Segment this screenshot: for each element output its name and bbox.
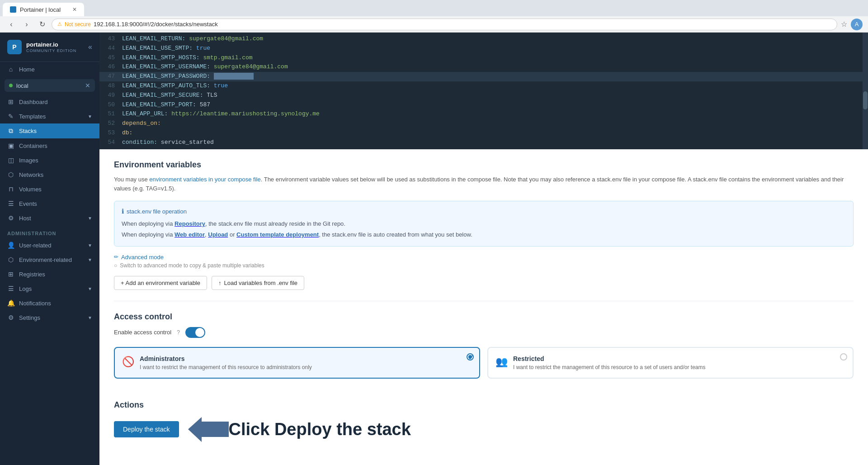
info-box-title-text: stack.env file operation xyxy=(127,208,187,215)
sidebar-item-volumes[interactable]: ⊓ Volumes xyxy=(0,182,99,196)
env-link[interactable]: environment variables in your compose fi… xyxy=(149,176,260,183)
sidebar-item-label-events: Events xyxy=(19,200,92,207)
logo-text: portainer.io xyxy=(26,41,76,48)
environment-related-icon: ⬡ xyxy=(7,256,14,263)
add-env-variable-button[interactable]: + Add an environment variable xyxy=(114,276,207,290)
code-line-43: 43 LEAN_EMAIL_RETURN: supergate84@gmail.… xyxy=(99,34,868,44)
restricted-card-title: Restricted xyxy=(513,355,706,362)
section-divider xyxy=(114,301,854,301)
refresh-button[interactable]: ↻ xyxy=(36,19,48,30)
images-icon: ◫ xyxy=(7,157,14,164)
scrollbar-thumb[interactable] xyxy=(863,91,868,109)
administrators-icon: 🚫 xyxy=(122,356,134,368)
restricted-card-text: Restricted I want to restrict the manage… xyxy=(513,355,706,370)
sidebar-item-images[interactable]: ◫ Images xyxy=(0,153,99,167)
sidebar-item-home[interactable]: ⌂ Home xyxy=(0,62,99,76)
sidebar-item-label-home: Home xyxy=(19,66,92,73)
deploy-row: Deploy the stack Click Deploy the stack xyxy=(114,417,854,442)
tab-favicon xyxy=(10,6,16,13)
sidebar-item-label-containers: Containers xyxy=(19,142,92,149)
active-tab[interactable]: Portainer | local ✕ xyxy=(3,3,84,16)
sidebar-item-label-registries: Registries xyxy=(19,271,92,278)
sidebar-item-stacks[interactable]: ⧉ Stacks xyxy=(0,123,99,138)
hint-icon: ○ xyxy=(114,262,117,269)
sidebar-item-templates[interactable]: ✎ Templates ▼ xyxy=(0,109,99,123)
sidebar-collapse-button[interactable]: « xyxy=(88,43,92,51)
toggle-label: Enable access control xyxy=(114,329,171,336)
env-close-button[interactable]: ✕ xyxy=(85,82,90,89)
code-line-47: 47 LEAN_EMAIL_SMTP_PASSWORD: xyxy=(99,72,868,81)
advanced-mode-label: Advanced mode xyxy=(121,254,164,261)
sidebar-item-registries[interactable]: ⊞ Registries xyxy=(0,267,99,281)
tab-title: Portainer | local xyxy=(20,6,61,13)
not-secure-icon: ⚠ xyxy=(57,21,62,27)
sidebar: P portainer.io Community Edition « ⌂ Hom… xyxy=(0,33,99,465)
logs-icon: ☰ xyxy=(7,285,14,292)
code-line-46: 46 LEAN_EMAIL_SMTP_USERNAME: supergate84… xyxy=(99,62,868,72)
sidebar-item-label-images: Images xyxy=(19,157,92,164)
code-line-53: 53 db: xyxy=(99,128,868,138)
sidebar-item-label-notifications: Notifications xyxy=(19,300,92,307)
custom-template-link[interactable]: Custom template deployment xyxy=(236,231,319,238)
advanced-mode-toggle[interactable]: ✏ Advanced mode xyxy=(114,254,854,261)
web-editor-link[interactable]: Web editor xyxy=(175,231,205,238)
logo-text-block: portainer.io Community Edition xyxy=(26,41,76,53)
tab-bar: Portainer | local ✕ xyxy=(0,0,868,16)
code-line-52: 52 depends_on: xyxy=(99,119,868,128)
sidebar-item-networks[interactable]: ⬡ Networks xyxy=(0,167,99,182)
line-number: 51 xyxy=(99,109,122,119)
environment-related-arrow-icon: ▼ xyxy=(88,257,92,262)
address-bar[interactable]: ⚠ Not secure 192.168.1.18:9000/#!/2/dock… xyxy=(52,19,837,30)
stack-env-info-box: ℹ stack.env file operation When deployin… xyxy=(114,201,854,247)
sidebar-item-containers[interactable]: ▣ Containers xyxy=(0,138,99,153)
toggle-thumb xyxy=(195,328,204,337)
code-line-54: 54 condition: service_started xyxy=(99,138,868,147)
repository-link[interactable]: Repository xyxy=(175,220,205,227)
profile-icon[interactable]: A xyxy=(851,19,863,30)
environment-selector[interactable]: local ✕ xyxy=(5,79,95,92)
host-arrow-icon: ▼ xyxy=(88,216,92,221)
sidebar-item-label-user-related: User-related xyxy=(19,242,83,249)
administrators-card[interactable]: 🚫 Administrators I want to restrict the … xyxy=(114,347,480,379)
networks-icon: ⬡ xyxy=(7,171,14,178)
home-icon: ⌂ xyxy=(7,66,14,73)
sidebar-item-label-logs: Logs xyxy=(19,285,83,292)
host-icon: ⚙ xyxy=(7,214,14,222)
click-annotation: Click Deploy the stack xyxy=(188,417,411,442)
forward-button[interactable]: › xyxy=(21,19,33,30)
back-button[interactable]: ‹ xyxy=(5,19,17,30)
sidebar-item-notifications[interactable]: 🔔 Notifications xyxy=(0,296,99,310)
user-related-arrow-icon: ▼ xyxy=(88,243,92,248)
deploy-stack-button[interactable]: Deploy the stack xyxy=(114,421,179,437)
not-secure-label: Not secure xyxy=(65,21,91,28)
tab-close-button[interactable]: ✕ xyxy=(72,6,77,13)
restricted-card-desc: I want to restrict the management of thi… xyxy=(513,364,706,370)
env-variables-title: Environment variables xyxy=(114,160,854,170)
sidebar-item-events[interactable]: ☰ Events xyxy=(0,196,99,211)
advanced-mode-hint-text: Switch to advanced mode to copy & paste … xyxy=(120,262,264,269)
sidebar-item-environment-related[interactable]: ⬡ Environment-related ▼ xyxy=(0,252,99,267)
settings-arrow-icon: ▼ xyxy=(88,315,92,320)
restricted-card[interactable]: 👥 Restricted I want to restrict the mana… xyxy=(487,347,854,379)
sidebar-item-logs[interactable]: ☰ Logs ▼ xyxy=(0,281,99,296)
click-annotation-text: Click Deploy the stack xyxy=(229,420,411,439)
sidebar-item-user-related[interactable]: 👤 User-related ▼ xyxy=(0,238,99,252)
toggle-track xyxy=(185,327,205,338)
env-variables-desc: You may use environment variables in you… xyxy=(114,175,854,194)
load-env-file-button[interactable]: ↑ Load variables from .env file xyxy=(212,276,304,290)
sidebar-item-dashboard[interactable]: ⊞ Dashboard xyxy=(0,95,99,109)
upload-link[interactable]: Upload xyxy=(208,231,228,238)
line-number: 48 xyxy=(99,81,122,91)
line-number: 47 xyxy=(99,72,122,81)
bookmark-button[interactable]: ☆ xyxy=(841,20,847,28)
sidebar-item-host[interactable]: ⚙ Host ▼ xyxy=(0,211,99,225)
line-number: 49 xyxy=(99,91,122,100)
access-control-title: Access control xyxy=(114,312,854,322)
line-number: 53 xyxy=(99,128,122,138)
scrollbar-track[interactable] xyxy=(863,33,868,149)
line-number: 50 xyxy=(99,100,122,110)
administrators-card-desc: I want to restrict the management of thi… xyxy=(140,364,312,370)
sidebar-item-settings[interactable]: ⚙ Settings ▼ xyxy=(0,310,99,325)
access-control-toggle[interactable] xyxy=(185,327,205,338)
templates-icon: ✎ xyxy=(7,113,14,120)
